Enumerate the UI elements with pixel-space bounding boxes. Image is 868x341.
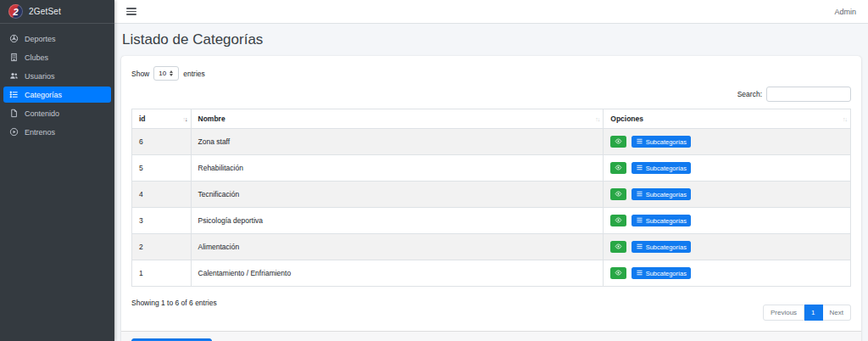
view-category-button[interactable]: [610, 136, 626, 148]
categories-table: id ↑↓ Nombre ↑↓ Opciones ↑↓: [131, 109, 851, 287]
list-icon: [636, 190, 643, 199]
list-icon: [636, 243, 643, 252]
brand-logo-icon: 2: [8, 4, 23, 19]
sidebar-item-categorias[interactable]: Categorías: [3, 87, 111, 103]
view-category-button[interactable]: [610, 162, 626, 174]
search-input[interactable]: [766, 87, 851, 102]
sidebar-item-entrenos[interactable]: Entrenos: [3, 124, 111, 140]
file-icon: [9, 109, 19, 118]
search-label: Search:: [737, 90, 762, 98]
view-category-button[interactable]: [610, 241, 626, 253]
pagination: Previous 1 Next: [763, 305, 851, 321]
list-icon: [9, 90, 19, 99]
futbol-icon: [9, 34, 19, 43]
cell-id: 5: [132, 155, 192, 182]
cell-id: 3: [132, 208, 192, 234]
sidebar-item-label: Categorías: [25, 91, 62, 99]
play-circle-icon: [9, 127, 19, 137]
eye-icon: [615, 243, 622, 252]
cell-nombre: Alimentación: [191, 234, 604, 260]
cell-opciones: Subcategorías: [604, 155, 851, 182]
sidebar-item-label: Entrenos: [25, 128, 55, 137]
subcategories-button[interactable]: Subcategorías: [632, 241, 691, 253]
brand-name: 2GetSet: [29, 7, 61, 16]
eye-icon: [615, 269, 622, 278]
select-arrows-icon: [170, 70, 173, 76]
list-icon: [636, 164, 643, 173]
sort-icon: ↑↓: [843, 116, 847, 122]
eye-icon: [615, 137, 622, 147]
cell-nombre: Psicología deportiva: [191, 208, 604, 234]
sidebar-item-clubes[interactable]: Clubes: [3, 49, 111, 65]
sidebar-item-usuarios[interactable]: Usuarios: [3, 68, 111, 84]
sidebar-item-label: Usuarios: [25, 72, 55, 81]
card-footer: Agregar categoría: [121, 331, 861, 341]
list-icon: [636, 137, 643, 147]
subcategories-button[interactable]: Subcategorías: [632, 136, 691, 148]
entries-select[interactable]: 10: [153, 66, 179, 81]
sort-icon: ↑↓: [595, 116, 599, 122]
entries-select-value: 10: [159, 70, 166, 77]
subcategories-button[interactable]: Subcategorías: [632, 162, 691, 174]
view-category-button[interactable]: [610, 267, 626, 279]
building-icon: [9, 53, 19, 62]
pagination-previous-button[interactable]: Previous: [763, 305, 804, 321]
admin-menu[interactable]: Admin: [834, 8, 856, 16]
cell-opciones: Subcategorías: [604, 234, 851, 260]
cell-nombre: Zona staff: [191, 129, 604, 155]
view-category-button[interactable]: [610, 188, 626, 200]
cell-nombre: Calentamiento / Enfriamiento: [191, 260, 604, 287]
pagination-next-button[interactable]: Next: [823, 305, 851, 321]
page-title: Listado de Categorías: [122, 31, 861, 48]
cell-opciones: Subcategorías: [604, 182, 851, 208]
table-row: 1 Calentamiento / Enfriamiento Subcatego…: [132, 260, 851, 287]
sidebar-item-deportes[interactable]: Deportes: [3, 31, 111, 47]
cell-opciones: Subcategorías: [604, 129, 851, 155]
subcategories-button[interactable]: Subcategorías: [632, 215, 691, 226]
search-control: Search:: [131, 87, 851, 102]
column-header-nombre[interactable]: Nombre ↑↓: [191, 109, 604, 129]
column-header-opciones[interactable]: Opciones ↑↓: [604, 109, 851, 129]
list-icon: [636, 269, 643, 278]
cell-opciones: Subcategorías: [604, 208, 851, 234]
users-icon: [9, 71, 19, 81]
table-row: 3 Psicología deportiva Subcategorías: [132, 208, 851, 234]
list-icon: [636, 216, 643, 226]
categories-card: Show 10 entries Search: id: [121, 56, 861, 341]
entries-length-control: Show 10 entries: [131, 66, 851, 81]
table-row: 2 Alimentación Subcategorías: [132, 234, 851, 260]
eye-icon: [615, 190, 622, 199]
sidebar: 2 2GetSet Deportes Clubes Usuarios Cate: [0, 0, 114, 341]
table-header-row: id ↑↓ Nombre ↑↓ Opciones ↑↓: [132, 109, 851, 129]
sort-icon: ↑↓: [183, 116, 187, 122]
sidebar-item-label: Contenido: [25, 109, 59, 118]
cell-id: 1: [132, 260, 192, 287]
cell-id: 2: [132, 234, 192, 260]
topbar: Admin: [114, 0, 868, 24]
table-row: 5 Rehabilitación Subcategorías: [132, 155, 851, 182]
menu-toggle-icon[interactable]: [126, 8, 136, 15]
table-row: 4 Tecnificación Subcategorías: [132, 182, 851, 208]
sidebar-item-label: Deportes: [25, 35, 56, 43]
pagination-page-1-button[interactable]: 1: [804, 305, 822, 321]
cell-opciones: Subcategorías: [604, 260, 851, 287]
cell-nombre: Rehabilitación: [191, 155, 604, 182]
cell-id: 6: [132, 129, 192, 155]
cell-id: 4: [132, 182, 192, 208]
eye-icon: [615, 216, 622, 226]
sidebar-item-contenido[interactable]: Contenido: [3, 105, 111, 121]
sidebar-nav: Deportes Clubes Usuarios Categorías Cont…: [0, 24, 114, 147]
show-label: Show: [131, 70, 149, 78]
sidebar-item-label: Clubes: [25, 53, 48, 62]
brand[interactable]: 2 2GetSet: [0, 0, 114, 24]
cell-nombre: Tecnificación: [191, 182, 604, 208]
table-row: 6 Zona staff Subcategorías: [132, 129, 851, 155]
column-header-id[interactable]: id ↑↓: [132, 109, 192, 129]
subcategories-button[interactable]: Subcategorías: [632, 267, 691, 279]
subcategories-button[interactable]: Subcategorías: [632, 188, 691, 200]
eye-icon: [615, 164, 622, 173]
content-area: Listado de Categorías Show 10 entries Se…: [114, 24, 868, 341]
entries-label: entries: [183, 70, 205, 78]
table-info: Showing 1 to 6 of 6 entries: [131, 297, 217, 307]
view-category-button[interactable]: [610, 215, 626, 226]
